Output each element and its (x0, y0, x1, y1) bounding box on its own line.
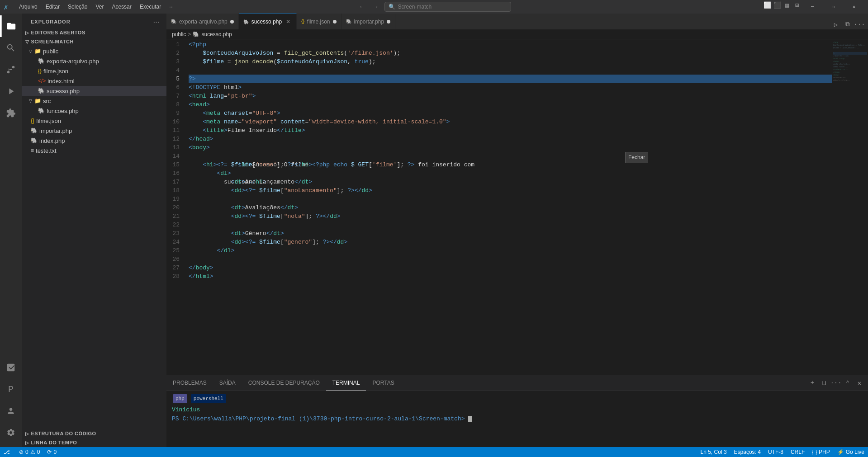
run-btn[interactable]: ▷ (831, 19, 841, 29)
timeline-header[interactable]: ▷ LINHA DO TEMPO (22, 438, 166, 447)
menu-executar[interactable]: Executar (136, 3, 165, 11)
status-line-col[interactable]: Ln 5, Col 3 (697, 447, 730, 457)
status-encoding-text: UTF-8 (768, 449, 783, 455)
panel-tab-saida[interactable]: SAÍDA (213, 375, 242, 391)
nav-forward[interactable]: → (371, 2, 381, 12)
search-bar[interactable]: 🔍 Screen-match (384, 2, 511, 12)
maximize-btn[interactable]: ☐ (823, 0, 844, 14)
panel-add-btn[interactable]: + (807, 378, 817, 388)
status-eol[interactable]: CRLF (787, 447, 808, 457)
activity-settings[interactable] (0, 422, 22, 443)
layout-btn-2[interactable]: ⬛ (772, 0, 782, 10)
code-structure-header[interactable]: ▷ ESTRUTURA DO CÓDIGO (22, 429, 166, 438)
activity-testing[interactable] (0, 357, 22, 378)
status-spaces[interactable]: Espaços: 4 (730, 447, 764, 457)
activity-scm[interactable] (0, 59, 22, 80)
tab-exporta[interactable]: 🐘 exporta-arquivo.php (166, 14, 239, 29)
sidebar-more-btn[interactable]: ··· (152, 17, 161, 26)
tab-sucesso-icon: 🐘 (243, 19, 249, 24)
panel-tab-portas[interactable]: PORTAS (366, 375, 400, 391)
status-error-count: 0 (25, 449, 28, 455)
tab-filme-json[interactable]: {} filme.json (297, 14, 341, 29)
panel-content: php powershell Vinicius PS C:\Users\wall… (166, 391, 868, 447)
code-line-4 (189, 66, 832, 75)
activity-search[interactable] (0, 37, 22, 59)
code-content[interactable]: <?php $conteudoArquivoJson = file_get_co… (187, 39, 832, 375)
ln11: 11 (166, 126, 183, 135)
terminal-tabs: php powershell (172, 394, 227, 404)
panel-tab-terminal[interactable]: TERMINAL (326, 375, 366, 391)
file-exporta[interactable]: 🐘 exporta-arquivo.php (22, 56, 166, 66)
ln10: 10 (166, 118, 183, 126)
layout-btn-3[interactable]: ▦ (782, 0, 792, 10)
file-importar[interactable]: 🐘 importar.php (22, 126, 166, 136)
lightning-icon: ⚡ (837, 449, 844, 455)
activity-extensions[interactable] (0, 102, 22, 124)
activity-bar: P (0, 14, 22, 447)
split-btn[interactable]: ⧉ (843, 19, 853, 29)
file-funcoes[interactable]: 🐘 funcoes.php (22, 106, 166, 116)
status-language[interactable]: { } PHP (808, 447, 833, 457)
status-encoding[interactable]: UTF-8 (764, 447, 787, 457)
status-branch[interactable]: ⎇ (0, 447, 15, 457)
file-filme-json[interactable]: {} filme.json (22, 66, 166, 76)
menu-editar[interactable]: Editar (42, 3, 63, 11)
breadcrumb-public[interactable]: public (172, 31, 186, 38)
status-right: Ln 5, Col 3 Espaços: 4 UTF-8 CRLF { } PH… (697, 447, 868, 457)
terminal-php-tab[interactable]: php (173, 394, 187, 403)
menu-selecao[interactable]: Seleção (64, 3, 91, 11)
status-errors[interactable]: ⊘ 0 ⚠ 0 (15, 447, 43, 457)
status-go-live[interactable]: ⚡ Go Live (834, 447, 868, 457)
tab-sucesso[interactable]: 🐘 sucesso.php ✕ (239, 14, 297, 29)
file-sucesso-php[interactable]: 🐘 sucesso.php (22, 86, 166, 96)
breadcrumb-file[interactable]: sucesso.php (201, 31, 232, 38)
ln27: 27 (166, 264, 183, 272)
tab-importar[interactable]: 🐘 importar.php (342, 14, 396, 29)
open-editors-header[interactable]: ▷ EDITORES ABERTOS (22, 28, 166, 37)
panel-split-btn[interactable]: ⊔ (819, 378, 829, 388)
file-index-php[interactable]: 🐘 index.php (22, 136, 166, 146)
activity-explorer[interactable] (0, 15, 22, 37)
status-go-live-text: Go Live (846, 449, 864, 455)
menu-arquivo[interactable]: Arquivo (15, 3, 41, 11)
file-filme-json-root[interactable]: {} filme.json (22, 116, 166, 126)
status-sync[interactable]: ⟳ 0 (43, 447, 60, 457)
activity-account[interactable] (0, 400, 22, 422)
panel-close-btn[interactable]: ✕ (854, 378, 864, 388)
sidebar-bottom: ▷ ESTRUTURA DO CÓDIGO ▷ LINHA DO TEMPO (22, 425, 166, 447)
menu-more[interactable]: ··· (166, 3, 177, 11)
menu-acessar[interactable]: Acessar (108, 3, 135, 11)
tabs-more-btn[interactable]: ··· (854, 19, 864, 29)
panel-tab-problemas[interactable]: PROBLEMAS (166, 375, 213, 391)
activity-debug[interactable] (0, 80, 22, 102)
code-line-25: </dl> (189, 246, 832, 255)
panel-up-btn[interactable]: ⌃ (843, 378, 853, 388)
nav-back[interactable]: ← (357, 2, 367, 12)
file-teste-txt[interactable]: ≡ teste.txt (22, 146, 166, 155)
open-editors-section: ▷ EDITORES ABERTOS (22, 28, 166, 37)
tab-exporta-dot (230, 20, 234, 24)
terminal-powershell-tab[interactable]: powershell (191, 394, 226, 403)
sidebar-actions: ··· (152, 17, 161, 26)
breadcrumb-sep-1: > (188, 31, 191, 38)
panel-more-btn[interactable]: ··· (831, 378, 841, 388)
folder-src[interactable]: ▽ 📁 src (22, 96, 166, 106)
close-btn[interactable]: ✕ (844, 0, 864, 14)
project-header[interactable]: ▽ SCREEN-MATCH (22, 37, 166, 46)
terminal-path-line: PS C:\Users\walla\PHP\projeto-final (1)\… (172, 415, 863, 424)
panel-tab-console[interactable]: CONSOLE DE DEPURAÇÃO (242, 375, 326, 391)
panel-actions: + ⊔ ··· ⌃ ✕ (804, 378, 868, 388)
layout-btn-4[interactable]: ⊞ (792, 0, 802, 10)
code-line-11: <title>Filme Inserido</title> (189, 126, 832, 135)
activity-remote[interactable]: P (0, 378, 22, 400)
folder-public[interactable]: ▽ 📁 public (22, 46, 166, 56)
panel-tabs: PROBLEMAS SAÍDA CONSOLE DE DEPURAÇÃO TER… (166, 375, 868, 391)
minimize-btn[interactable]: ─ (802, 0, 823, 14)
code-line-7: <html lang="pt-br"> (189, 92, 832, 100)
status-line-col-text: Ln 5, Col 3 (701, 449, 727, 455)
ln17: 17 (166, 178, 183, 186)
file-index-html[interactable]: </> index.html (22, 76, 166, 86)
layout-btn-1[interactable]: ⬜ (762, 0, 772, 10)
tab-sucesso-close[interactable]: ✕ (285, 18, 292, 25)
menu-ver[interactable]: Ver (92, 3, 107, 11)
